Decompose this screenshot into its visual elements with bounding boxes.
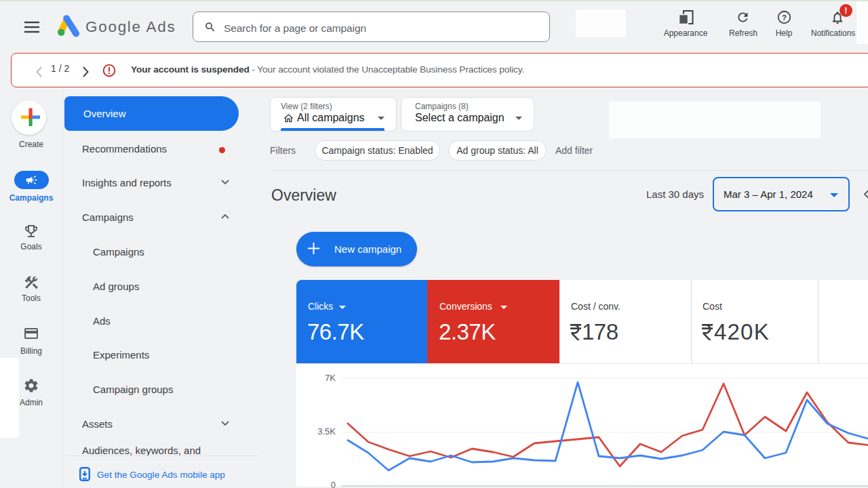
svg-text:?: ? xyxy=(782,14,787,22)
